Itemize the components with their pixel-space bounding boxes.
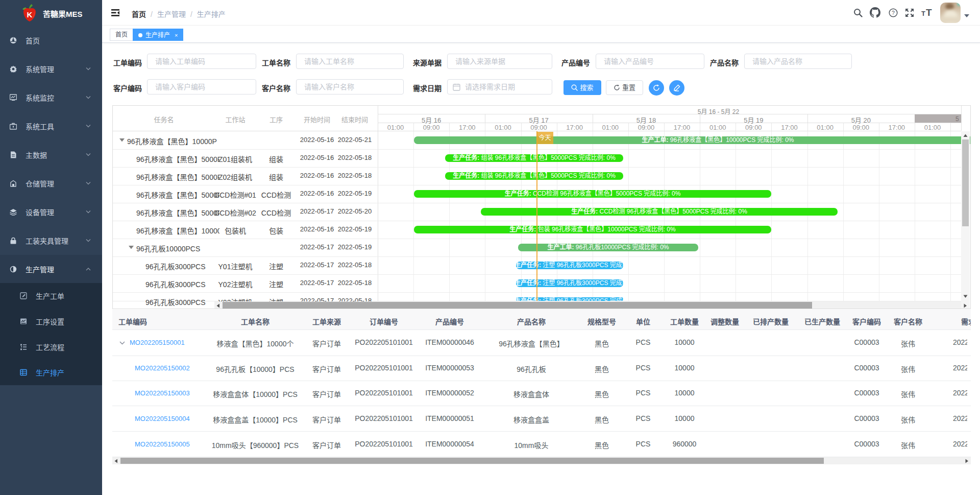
svg-text:T: T: [921, 10, 925, 17]
svg-text:K: K: [27, 10, 33, 19]
svg-text:T: T: [926, 8, 932, 18]
svg-text:?: ?: [892, 10, 895, 16]
